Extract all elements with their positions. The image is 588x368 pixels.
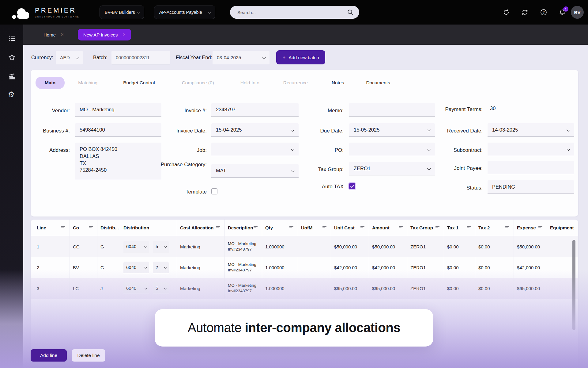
fiscal-year-end-select[interactable]: 03-04-2025 xyxy=(213,51,270,64)
table-row[interactable]: 2 BV G 6040 2 Marketing MO - Marketing I… xyxy=(31,257,578,278)
search-icon[interactable] xyxy=(347,9,354,16)
list-icon[interactable] xyxy=(8,34,16,42)
window-tab-strip: Home × New AP Invoices × xyxy=(23,25,588,45)
bell-icon[interactable]: 1 xyxy=(559,9,566,16)
table-scrollbar[interactable] xyxy=(572,240,575,330)
cell-tax-2: $0.00 xyxy=(475,257,514,278)
filter-icon[interactable] xyxy=(216,226,220,229)
add-new-batch-button[interactable]: + Add new batch xyxy=(276,50,325,64)
distribution-sub-select[interactable]: 2 xyxy=(153,262,169,273)
payment-terms-label: Payment Terms: xyxy=(435,105,483,113)
filter-icon[interactable] xyxy=(89,226,93,229)
avatar[interactable]: BV xyxy=(571,6,584,19)
tab-hold-info[interactable]: Hold Info xyxy=(240,80,259,86)
module-selector[interactable]: AP-Accounts Payable xyxy=(154,6,215,19)
col-header-distrib: Distrib... xyxy=(97,220,120,236)
cell-tax-group: ZERO1 xyxy=(407,236,444,257)
po-label: PO: xyxy=(296,146,344,154)
search-input[interactable] xyxy=(237,10,347,15)
distribution-account-select[interactable]: 6040 xyxy=(123,282,149,294)
col-header-uofm: UofM xyxy=(298,220,331,236)
vendor-input[interactable]: MO - Marketing xyxy=(75,103,161,117)
cell-uofm xyxy=(298,278,331,299)
cell-distribution: 6040 5 xyxy=(120,236,177,257)
filter-icon[interactable] xyxy=(322,226,326,229)
cell-expense: $65,000.00 xyxy=(514,278,547,299)
job-select[interactable] xyxy=(211,143,299,156)
star-icon[interactable] xyxy=(8,53,16,61)
tab-budget-control[interactable]: Budget Control xyxy=(123,80,155,86)
delete-line-button[interactable]: Delete line xyxy=(72,349,105,362)
chevron-down-icon xyxy=(291,169,294,172)
vendor-label: Vendor: xyxy=(31,107,70,115)
cell-qty: 1.000000 xyxy=(262,257,298,278)
purchase-category-label: Purchase Category: xyxy=(159,161,207,169)
distribution-account-select[interactable]: 6040 xyxy=(123,241,149,252)
cell-line: 1 xyxy=(34,236,70,257)
distribution-sub-select[interactable]: 5 xyxy=(153,241,169,252)
invoice-date-select[interactable]: 15-04-2025 xyxy=(211,123,299,137)
filter-icon[interactable] xyxy=(467,226,471,229)
cell-cost-allocation: Marketing xyxy=(177,257,225,278)
tab-matching[interactable]: Matching xyxy=(78,80,97,86)
po-select[interactable] xyxy=(349,143,435,156)
filter-icon[interactable] xyxy=(61,226,65,229)
address-input[interactable]: PO BOX 842450 DALLAS TX 75284-2450 xyxy=(75,143,161,180)
tab-home[interactable]: Home × xyxy=(38,29,69,40)
memo-input[interactable] xyxy=(349,103,435,117)
tab-new-ap-invoices[interactable]: New AP Invoices × xyxy=(78,29,131,40)
due-date-select[interactable]: 15-05-2025 xyxy=(349,123,435,137)
filter-icon[interactable] xyxy=(505,226,509,229)
cell-qty: 1.000000 xyxy=(262,236,298,257)
joint-payee-input[interactable] xyxy=(488,161,574,174)
tab-notes[interactable]: Notes xyxy=(332,80,344,86)
cell-co: CC xyxy=(70,236,97,257)
sync-icon[interactable] xyxy=(521,9,529,16)
template-checkbox[interactable] xyxy=(211,188,217,194)
help-icon[interactable]: ? xyxy=(540,9,547,16)
received-date-select[interactable]: 14-03-2025 xyxy=(488,123,574,137)
joint-payee-label: Joint Payee: xyxy=(435,164,483,172)
invoice-number-input[interactable]: 2348797 xyxy=(211,103,299,117)
currency-select[interactable]: AED xyxy=(56,51,83,64)
tab-documents[interactable]: Documents xyxy=(366,80,390,86)
add-line-button[interactable]: Add line xyxy=(31,349,67,362)
fiscal-year-end-label: Fiscal Year End: xyxy=(176,55,212,60)
subcontract-select[interactable] xyxy=(488,143,574,156)
gear-icon[interactable]: ⚙ xyxy=(8,91,16,99)
distribution-account-select[interactable]: 6040 xyxy=(123,262,149,273)
marketing-callout: Automate inter-company allocations xyxy=(155,309,433,347)
analytics-icon[interactable] xyxy=(8,72,16,80)
tax-group-select[interactable]: ZERO1 xyxy=(349,162,435,175)
distribution-sub-select[interactable]: 5 xyxy=(153,282,169,294)
search-bar[interactable] xyxy=(230,6,359,19)
filter-icon[interactable] xyxy=(538,226,542,229)
filter-icon[interactable] xyxy=(360,226,364,229)
filter-icon[interactable] xyxy=(435,226,439,229)
refresh-icon[interactable] xyxy=(503,9,510,16)
tab-recurrence[interactable]: Recurrence xyxy=(283,80,308,86)
close-icon[interactable]: × xyxy=(61,32,64,38)
close-icon[interactable]: × xyxy=(123,32,126,38)
filter-icon[interactable] xyxy=(399,226,403,229)
tab-new-ap-invoices-label: New AP Invoices xyxy=(83,32,118,37)
company-selector-label: BV-BV Builders xyxy=(105,10,135,15)
tab-main[interactable]: Main xyxy=(36,77,65,89)
subcontract-label: Subcontract: xyxy=(435,146,483,154)
table-row[interactable]: 1 CC G 6040 5 Marketing MO - Marketing I… xyxy=(31,236,578,257)
company-selector[interactable]: BV-BV Builders xyxy=(100,6,144,19)
chevron-down-icon xyxy=(164,266,167,268)
business-number-input[interactable]: 549844100 xyxy=(75,123,161,137)
batch-input[interactable]: 0000000002811 xyxy=(111,51,170,64)
filter-icon[interactable] xyxy=(289,226,293,229)
filter-icon[interactable] xyxy=(254,226,258,229)
col-header-tax-group: Tax Group xyxy=(407,220,444,236)
auto-tax-checkbox[interactable] xyxy=(349,183,355,189)
auto-tax-label: Auto TAX xyxy=(296,183,344,191)
payment-terms-value: 30 xyxy=(490,105,496,111)
tab-compliance[interactable]: Compliance (0) xyxy=(182,80,214,86)
col-header-description: Description xyxy=(225,220,262,236)
purchase-category-select[interactable]: MAT xyxy=(211,164,299,178)
cell-tax-1: $0.00 xyxy=(444,278,475,299)
table-row[interactable]: 3 LC J 6040 5 Marketing MO - Marketing I… xyxy=(31,278,578,299)
